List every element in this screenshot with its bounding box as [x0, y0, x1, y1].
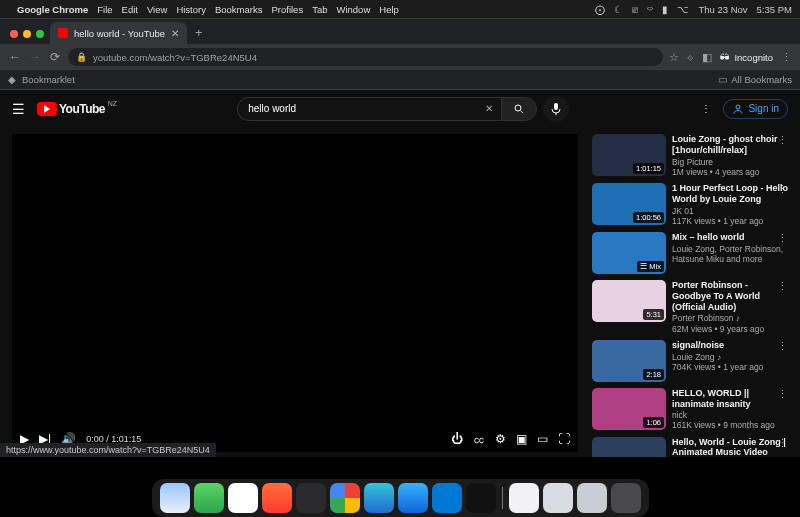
new-tab-button[interactable]: +	[187, 25, 211, 44]
recommendation-menu-icon[interactable]: ⋮	[777, 340, 788, 353]
chrome-menu-icon[interactable]: ⋮	[781, 51, 792, 64]
address-bar[interactable]: 🔒 youtube.com/watch?v=TGBRe24N5U4	[68, 48, 663, 66]
menu-window[interactable]: Window	[336, 4, 370, 15]
youtube-wordmark: YouTube	[59, 102, 105, 116]
fullscreen-window-button[interactable]	[36, 30, 44, 38]
recommendation-thumbnail[interactable]: 2:18	[592, 340, 666, 382]
fullscreen-icon[interactable]: ⛶	[558, 432, 570, 446]
recommendation-menu-icon[interactable]: ⋮	[777, 280, 788, 293]
recommendation-meta: 161K views • 9 months ago	[672, 420, 788, 430]
recommendation-thumbnail[interactable]: 3:13ANIMATION	[592, 437, 666, 457]
recommendation-item[interactable]: 3:13ANIMATION Hello, World - Louie Zong …	[592, 437, 788, 457]
youtube-page: ☰ YouTube NZ ✕ ⋮ Sign in	[0, 90, 800, 457]
masthead-menu-icon[interactable]: ⋮	[701, 103, 711, 114]
recommendation-item[interactable]: 1:06 HELLO, WORLD || inanimate insanity …	[592, 388, 788, 431]
youtube-logo[interactable]: YouTube NZ	[37, 102, 105, 116]
recommendation-thumbnail[interactable]: 5:31	[592, 280, 666, 322]
dock-app-finder[interactable]	[160, 483, 190, 513]
tab-close-icon[interactable]: ✕	[171, 28, 179, 39]
dock-folder-1[interactable]	[509, 483, 539, 513]
recommendation-item[interactable]: ☰ Mix Mix – hello world Louie Zong, Port…	[592, 232, 788, 274]
back-button-icon[interactable]: ←	[8, 50, 22, 64]
voice-search-icon[interactable]	[543, 96, 569, 122]
recommendation-thumbnail[interactable]: ☰ Mix	[592, 232, 666, 274]
tab-title: hello world - YouTube	[74, 28, 165, 39]
recommendation-item[interactable]: 1:00:56 1 Hour Perfect Loop - Hello Worl…	[592, 183, 788, 226]
minimize-window-button[interactable]	[23, 30, 31, 38]
display-icon[interactable]: ⎚	[632, 4, 638, 15]
wifi-icon[interactable]: ⌔	[647, 4, 653, 15]
search-button-icon[interactable]	[501, 97, 537, 121]
close-window-button[interactable]	[10, 30, 18, 38]
bookmark-star-icon[interactable]: ☆	[669, 51, 679, 64]
captions-icon[interactable]: ㏄	[473, 431, 485, 448]
search-input[interactable]	[237, 97, 477, 121]
menu-profiles[interactable]: Profiles	[271, 4, 303, 15]
all-bookmarks-button[interactable]: ▭ All Bookmarks	[718, 74, 792, 85]
do-not-disturb-icon[interactable]: ☾	[614, 4, 623, 15]
svg-rect-2	[554, 103, 558, 110]
browser-tab-active[interactable]: hello world - YouTube ✕	[50, 22, 187, 44]
dock-folder-3[interactable]	[577, 483, 607, 513]
airdrop-icon[interactable]: ⨀	[595, 4, 605, 15]
video-player[interactable]: ▶ ▶| 🔊 0:00 / 1:01:15 ⏻ ㏄ ⚙ ▣ ▭ ⛶	[12, 134, 578, 452]
recommendation-channel: JK 01	[672, 206, 788, 216]
recommendation-meta: 704K views • 1 year ago	[672, 362, 763, 372]
dock-app-terminal[interactable]	[466, 483, 496, 513]
recommendation-menu-icon[interactable]: ⋮	[777, 437, 788, 450]
dock-folder-2[interactable]	[543, 483, 573, 513]
battery-icon[interactable]: ▮	[662, 4, 668, 15]
reload-button-icon[interactable]: ⟳	[48, 50, 62, 64]
active-app-name[interactable]: Google Chrome	[17, 4, 88, 15]
dock-app-edge[interactable]	[364, 483, 394, 513]
sign-in-button[interactable]: Sign in	[723, 99, 788, 119]
recommendation-item[interactable]: 5:31 Porter Robinson - Goodbye To A Worl…	[592, 280, 788, 334]
control-center-icon[interactable]: ⌥	[677, 4, 689, 15]
bookmark-item-icon[interactable]: ◆	[8, 74, 16, 85]
menu-file[interactable]: File	[97, 4, 112, 15]
bookmark-item-label[interactable]: Bookmarklet	[22, 74, 75, 85]
dock-app-music[interactable]	[262, 483, 292, 513]
menu-history[interactable]: History	[176, 4, 206, 15]
menu-bookmarks[interactable]: Bookmarks	[215, 4, 263, 15]
autoplay-toggle-icon[interactable]: ⏻	[451, 432, 463, 446]
recommendation-meta: 62M views • 9 years ago	[672, 324, 788, 334]
theater-mode-icon[interactable]: ▭	[537, 432, 548, 446]
extensions-icon[interactable]: ⟐	[687, 51, 694, 63]
recommendation-title: Porter Robinson - Goodbye To A World (Of…	[672, 280, 788, 312]
recommendation-menu-icon[interactable]: ⋮	[777, 134, 788, 147]
site-lock-icon[interactable]: 🔒	[76, 52, 87, 62]
recommendation-menu-icon[interactable]: ⋮	[777, 388, 788, 401]
menu-help[interactable]: Help	[379, 4, 399, 15]
recommendation-title: Louie Zong - ghost choir [1hour/chill/re…	[672, 134, 788, 156]
recommendation-menu-icon[interactable]: ⋮	[777, 183, 788, 196]
menubar-time[interactable]: 5:35 PM	[757, 4, 792, 15]
incognito-icon: 🕶	[720, 52, 730, 63]
svg-line-1	[521, 110, 524, 113]
recommendation-thumbnail[interactable]: 1:00:56	[592, 183, 666, 225]
menu-tab[interactable]: Tab	[312, 4, 327, 15]
dock-app-safari[interactable]	[398, 483, 428, 513]
menubar-date[interactable]: Thu 23 Nov	[698, 4, 747, 15]
clear-search-icon[interactable]: ✕	[477, 97, 501, 121]
recommendation-item[interactable]: 2:18 signal/noise Louie Zong ♪ 704K view…	[592, 340, 788, 382]
recommendation-thumbnail[interactable]: 1:06	[592, 388, 666, 430]
extension-button-icon[interactable]: ◧	[702, 51, 712, 64]
dock-app-settings[interactable]	[296, 483, 326, 513]
dock-app-messages[interactable]	[194, 483, 224, 513]
dock-app-mail[interactable]	[228, 483, 258, 513]
guide-menu-icon[interactable]: ☰	[12, 101, 25, 117]
menu-edit[interactable]: Edit	[122, 4, 138, 15]
recommendation-menu-icon[interactable]: ⋮	[777, 232, 788, 245]
dock-app-chrome[interactable]	[330, 483, 360, 513]
recommendation-item[interactable]: 1:01:15 Louie Zong - ghost choir [1hour/…	[592, 134, 788, 177]
miniplayer-icon[interactable]: ▣	[516, 432, 527, 446]
dock-app-vscode[interactable]	[432, 483, 462, 513]
recommendation-meta: 1M views • 4 years ago	[672, 167, 788, 177]
recommendation-channel: Louie Zong, Porter Robinson, Hatsune Mik…	[672, 244, 788, 264]
dock-trash-icon[interactable]	[611, 483, 641, 513]
settings-gear-icon[interactable]: ⚙	[495, 432, 506, 446]
recommendation-thumbnail[interactable]: 1:01:15	[592, 134, 666, 176]
forward-button-icon[interactable]: →	[28, 50, 42, 64]
menu-view[interactable]: View	[147, 4, 167, 15]
